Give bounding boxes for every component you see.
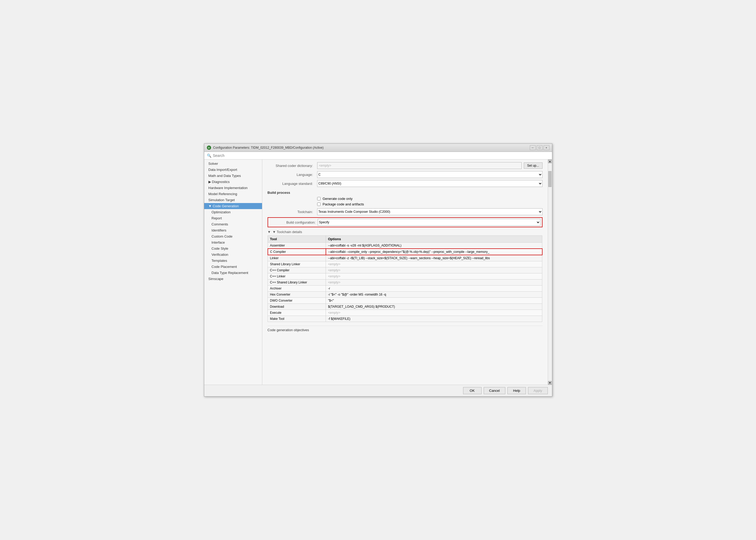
tool-cell: Assembler (268, 243, 326, 249)
tool-cell: C Compiler (268, 249, 326, 255)
generate-code-checkbox[interactable] (317, 197, 321, 201)
options-cell[interactable]: <empty> (326, 310, 542, 316)
shared-coder-row: Shared coder dictionary: Set up... (268, 162, 542, 169)
options-cell[interactable]: -f $(MAKEFILE) (326, 316, 542, 322)
options-cell[interactable]: <empty> (326, 280, 542, 286)
package-code-label: Package code and artifacts (323, 202, 364, 206)
main-with-scroll: Shared coder dictionary: Set up... Langu… (262, 160, 552, 385)
tool-cell: DWO Converter (268, 298, 326, 304)
sidebar-item-sim-target[interactable]: Simulation Target (204, 197, 262, 203)
content-area: Solver Data Import/Export Math and Data … (204, 160, 552, 385)
generate-code-row: Generate code only (268, 197, 542, 201)
sidebar-item-identifiers[interactable]: Identifiers (204, 227, 262, 233)
search-bar: 🔍 (204, 152, 552, 160)
apply-button[interactable]: Apply (528, 387, 548, 394)
tool-cell: Linker (268, 255, 326, 261)
tool-cell: C++ Shared Library Linker (268, 280, 326, 286)
sidebar-item-math[interactable]: Math and Data Types (204, 173, 262, 179)
language-label: Language: (268, 173, 315, 177)
options-cell[interactable]: -r (326, 286, 542, 292)
tool-cell: Hex Converter (268, 292, 326, 298)
right-scrollbar[interactable]: ▲ ▼ (548, 160, 552, 385)
sidebar-item-verification[interactable]: Verification (204, 251, 262, 258)
sidebar-item-simscape[interactable]: Simscape (204, 276, 262, 282)
sidebar-item-templates[interactable]: Templates (204, 258, 262, 264)
col-options: Options (326, 236, 542, 243)
build-config-select[interactable]: Specify (318, 219, 540, 226)
setup-button[interactable]: Set up... (524, 162, 542, 169)
sidebar-item-code-placement[interactable]: Code Placement (204, 264, 262, 270)
package-code-checkbox[interactable] (317, 202, 321, 206)
window-controls: ─ □ × (530, 145, 549, 150)
close-button[interactable]: × (544, 145, 549, 150)
sidebar-item-code-gen[interactable]: ▼ Code Generation (204, 203, 262, 209)
build-config-label: Build configuration: (270, 220, 315, 224)
maximize-button[interactable]: □ (537, 145, 542, 150)
table-row: Download$(TARGET_LOAD_CMD_ARGS) $(PRODUC… (268, 304, 542, 310)
toolchain-table: Tool Options Assembler--abi=coffabi -s -… (268, 235, 542, 322)
options-cell[interactable]: <empty> (326, 273, 542, 280)
bottom-bar: OK Cancel Help Apply (204, 385, 552, 396)
options-cell[interactable]: --abi=coffabi -z -l$(TI_LIB) --stack_siz… (326, 255, 542, 261)
table-row: Make Tool-f $(MAKEFILE) (268, 316, 542, 322)
sidebar-item-optimization[interactable]: Optimization (204, 209, 262, 215)
generate-code-label: Generate code only (323, 197, 352, 201)
build-config-row: Build configuration: Specify (268, 217, 542, 227)
sidebar-item-code-style[interactable]: Code Style (204, 245, 262, 251)
sidebar-item-report[interactable]: Report (204, 215, 262, 221)
sidebar-item-data-type-rep[interactable]: Data Type Replacement (204, 270, 262, 276)
language-standard-select[interactable]: C89/C90 (ANSI) (317, 180, 542, 187)
toolchain-details-section: ▼ ▼ Toolchain details Tool Options Assem… (268, 230, 542, 322)
language-standard-label: Language standard: (268, 182, 315, 186)
sidebar-item-comments[interactable]: Comments (204, 221, 262, 227)
table-row: Execute<empty> (268, 310, 542, 316)
tool-cell: Make Tool (268, 316, 326, 322)
table-row: DWO Converter"$<" (268, 298, 542, 304)
code-gen-objectives: Code generation objectives (268, 326, 542, 332)
table-row: Hex Converter-i "$<" -o "$@" -order MS -… (268, 292, 542, 298)
language-select[interactable]: C (317, 171, 542, 178)
scroll-thumb[interactable] (548, 171, 551, 187)
title-bar-left: ⚙ Configuration Parameters: TIDM_02012_F… (207, 146, 324, 150)
options-cell[interactable]: -i "$<" -o "$@" -order MS -romwidth 16 -… (326, 292, 542, 298)
table-row: Linker--abi=coffabi -z -l$(TI_LIB) --sta… (268, 255, 542, 261)
sidebar-item-solver[interactable]: Solver (204, 161, 262, 167)
toolchain-select[interactable]: Texas Instruments Code Composer Studio (… (317, 208, 542, 215)
app-icon: ⚙ (207, 146, 211, 150)
scroll-up-btn[interactable]: ▲ (548, 160, 552, 163)
main-scroll-area: Shared coder dictionary: Set up... Langu… (262, 160, 548, 385)
toolchain-label: Toolchain: (268, 210, 315, 214)
help-button[interactable]: Help (507, 387, 526, 394)
options-cell[interactable]: --abi=coffabi -s -v28 -ml $(ASFLAGS_ADDI… (326, 243, 542, 249)
shared-coder-input[interactable] (317, 162, 522, 169)
tool-cell: Shared Library Linker (268, 261, 326, 267)
ok-button[interactable]: OK (463, 387, 481, 394)
sidebar-item-data-import[interactable]: Data Import/Export (204, 167, 262, 173)
options-cell[interactable]: <empty> (326, 261, 542, 267)
package-code-row: Package code and artifacts (268, 202, 542, 206)
shared-coder-label: Shared coder dictionary: (268, 164, 315, 168)
toolchain-details-label: ▼ Toolchain details (272, 230, 302, 234)
options-cell[interactable]: "$<" (326, 298, 542, 304)
cancel-button[interactable]: Cancel (484, 387, 505, 394)
table-row: Shared Library Linker<empty> (268, 261, 542, 267)
sidebar-item-hardware[interactable]: Hardware Implementation (204, 185, 262, 191)
table-row: C Compiler--abi=coffabi --compile_only -… (268, 249, 542, 255)
sidebar-item-interface[interactable]: Interface (204, 239, 262, 245)
table-row: C++ Linker<empty> (268, 273, 542, 280)
tool-cell: Archiver (268, 286, 326, 292)
options-cell[interactable]: $(TARGET_LOAD_CMD_ARGS) $(PRODUCT) (326, 304, 542, 310)
options-cell[interactable]: <empty> (326, 267, 542, 273)
minimize-button[interactable]: ─ (530, 145, 536, 150)
sidebar-item-model-ref[interactable]: Model Referencing (204, 191, 262, 197)
search-icon: 🔍 (207, 154, 211, 158)
toolchain-collapse-icon[interactable]: ▼ (268, 230, 271, 234)
language-standard-row: Language standard: C89/C90 (ANSI) (268, 180, 542, 187)
table-row: Assembler--abi=coffabi -s -v28 -ml $(ASF… (268, 243, 542, 249)
options-cell[interactable]: --abi=coffabi --compile_only --preproc_d… (326, 249, 542, 255)
sidebar-item-diagnostics[interactable]: ▶ Diagnostics (204, 179, 262, 185)
sidebar-item-custom-code[interactable]: Custom Code (204, 233, 262, 239)
search-input[interactable] (213, 154, 549, 158)
tool-cell: C++ Linker (268, 273, 326, 280)
scroll-down-btn[interactable]: ▼ (548, 381, 552, 385)
